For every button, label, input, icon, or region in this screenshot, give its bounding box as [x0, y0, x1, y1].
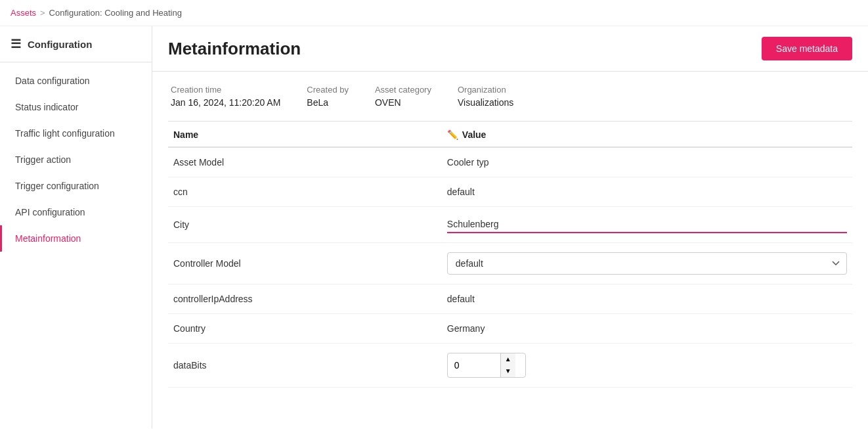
breadcrumb-assets[interactable]: Assets [11, 8, 36, 18]
cell-value-4: default [442, 284, 852, 314]
cell-value-0: Cooler typ [442, 147, 852, 177]
breadcrumb: Assets > Configuration: Cooling and Heat… [0, 0, 868, 26]
cell-name-2: City [168, 207, 442, 243]
hamburger-icon[interactable]: ☰ [11, 37, 21, 51]
cell-value-1: default [442, 177, 852, 207]
asset-category-label: Asset category [375, 85, 431, 95]
select-3[interactable]: default [447, 252, 847, 275]
cell-value-3[interactable]: default [442, 243, 852, 284]
col-name-header: Name [168, 122, 442, 147]
meta-info-row: Creation time Jan 16, 2024, 11:20:20 AM … [168, 72, 852, 122]
spinner-input-6[interactable] [448, 356, 500, 374]
cell-name-0: Asset Model [168, 147, 442, 177]
cell-name-5: Country [168, 314, 442, 344]
creation-time-label: Creation time [171, 85, 280, 95]
creation-time-col: Creation time Jan 16, 2024, 11:20:20 AM [171, 85, 280, 108]
sidebar-item-metainformation[interactable]: Metainformation [0, 225, 152, 252]
asset-category-col: Asset category OVEN [375, 85, 431, 108]
table-row: City [168, 207, 852, 243]
cell-value-5: Germany [442, 314, 852, 344]
cell-name-4: controllerIpAddress [168, 284, 442, 314]
organization-col: Organization Visualizations [458, 85, 513, 108]
organization-value: Visualizations [458, 97, 513, 108]
col-value-header: ✏️ Value [442, 122, 852, 147]
text-input-2[interactable] [447, 216, 847, 233]
table-row: Asset ModelCooler typ [168, 147, 852, 177]
sidebar-header: ☰ Configuration [0, 26, 152, 62]
cell-name-1: ccn [168, 177, 442, 207]
table-area: Creation time Jan 16, 2024, 11:20:20 AM … [152, 72, 868, 428]
sidebar-item-traffic-light-configuration[interactable]: Traffic light configuration [0, 120, 152, 147]
cell-name-3: Controller Model [168, 243, 442, 284]
sidebar-item-status-indicator[interactable]: Status indicator [0, 94, 152, 120]
cell-value-2[interactable] [442, 207, 852, 243]
sidebar-item-trigger-action[interactable]: Trigger action [0, 147, 152, 173]
sidebar-title: Configuration [28, 39, 92, 50]
created-by-label: Created by [307, 85, 349, 95]
table-row: CountryGermany [168, 314, 852, 344]
main-header: Metainformation Save metadata [152, 26, 868, 72]
main-content: Metainformation Save metadata Creation t… [152, 26, 868, 428]
created-by-value: BeLa [307, 97, 349, 108]
cell-value-6: ▲▼ [442, 344, 852, 388]
pencil-icon: ✏️ [447, 129, 458, 140]
spinner-up-6[interactable]: ▲ [501, 353, 515, 365]
breadcrumb-separator: > [40, 8, 45, 18]
sidebar-item-trigger-configuration[interactable]: Trigger configuration [0, 173, 152, 199]
cell-name-6: dataBits [168, 344, 442, 388]
spinner-down-6[interactable]: ▼ [501, 365, 515, 377]
table-row: ccndefault [168, 177, 852, 207]
breadcrumb-current: Configuration: Cooling and Heating [49, 8, 182, 18]
sidebar-item-data-configuration[interactable]: Data configuration [0, 68, 152, 94]
asset-category-value: OVEN [375, 97, 431, 108]
organization-label: Organization [458, 85, 513, 95]
save-metadata-button[interactable]: Save metadata [762, 37, 852, 60]
sidebar: ☰ Configuration Data configurationStatus… [0, 26, 152, 428]
page-title: Metainformation [168, 39, 301, 59]
sidebar-nav: Data configurationStatus indicatorTraffi… [0, 62, 152, 257]
spinner-wrap-6: ▲▼ [447, 353, 526, 378]
created-by-col: Created by BeLa [307, 85, 349, 108]
table-row: controllerIpAddressdefault [168, 284, 852, 314]
creation-time-value: Jan 16, 2024, 11:20:20 AM [171, 97, 280, 108]
metadata-table: Name ✏️ Value Asset ModelCooler typccnde… [168, 122, 852, 388]
table-row: dataBits▲▼ [168, 344, 852, 388]
sidebar-item-api-configuration[interactable]: API configuration [0, 199, 152, 225]
table-row: Controller Modeldefault [168, 243, 852, 284]
